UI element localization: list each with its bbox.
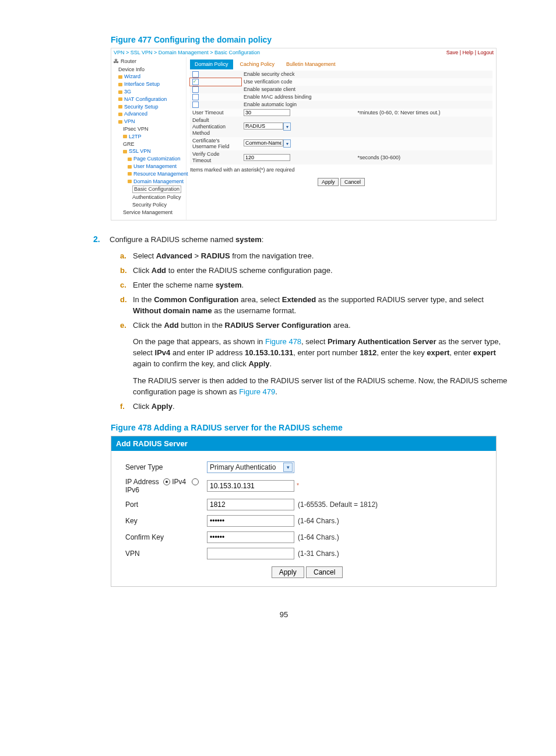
step-e-text: Click the Add button in the RADIUS Serve…: [133, 320, 509, 398]
nav-res-mgmt[interactable]: Resource Management: [114, 170, 184, 178]
nav-device-info[interactable]: Device Info: [114, 66, 184, 74]
label-enable-auto: Enable automatic login: [241, 101, 356, 108]
nav-l2tp[interactable]: L2TP: [114, 133, 184, 141]
checkbox-enable-mac[interactable]: [192, 94, 199, 100]
panel-header-add-radius: Add RADIUS Server: [111, 436, 496, 451]
hint-confirm-key: (1-64 Chars.): [298, 533, 339, 541]
step-b-text: Click Add to enter the RADIUS scheme con…: [133, 265, 509, 276]
link-figure-478[interactable]: Figure 478: [265, 337, 301, 346]
folder-icon: [118, 105, 122, 108]
nav-sec-policy[interactable]: Security Policy: [114, 201, 184, 209]
folder-icon: [118, 83, 122, 86]
apply-button[interactable]: Apply: [272, 566, 304, 578]
folder-icon: [118, 90, 122, 94]
figure-478-title: Figure 478 Adding a RADIUS server for th…: [58, 423, 509, 432]
checkbox-enable-auto[interactable]: [192, 102, 199, 108]
step-number-2: 2.: [93, 235, 110, 416]
link-figure-479[interactable]: Figure 479: [239, 387, 275, 396]
required-star-icon: *: [297, 482, 299, 489]
input-user-timeout[interactable]: [244, 109, 290, 116]
chevron-down-icon[interactable]: ▾: [283, 463, 293, 472]
input-port[interactable]: [207, 499, 294, 510]
tab-caching-policy[interactable]: Caching Policy: [235, 60, 280, 69]
chevron-down-icon[interactable]: ▾: [283, 123, 291, 131]
select-default-auth[interactable]: [244, 123, 283, 130]
checkbox-enable-security[interactable]: [192, 71, 199, 78]
step-letter-b: b.: [120, 265, 133, 276]
nav-root: 🖧 Router: [114, 58, 184, 65]
input-confirm-key[interactable]: [207, 531, 294, 543]
step-letter-a: a.: [120, 251, 133, 262]
label-key: Key: [125, 517, 207, 525]
nav-security[interactable]: Security Setup: [114, 103, 184, 111]
nav-auth-policy[interactable]: Authentication Policy: [114, 194, 184, 201]
input-ip-address[interactable]: [207, 480, 294, 492]
folder-icon: [128, 180, 132, 183]
nav-sslvpn[interactable]: SSL VPN: [114, 148, 184, 155]
figure-477-screenshot: VPN > SSL VPN > Domain Management > Basi…: [111, 48, 497, 220]
step-f-text: Click Apply.: [133, 401, 509, 412]
options-table: Enable security check Use verification c…: [190, 71, 492, 164]
folder-icon: [118, 120, 122, 124]
nav-page-cust[interactable]: Page Customization: [114, 155, 184, 163]
hint-key: (1-64 Chars.): [298, 517, 339, 525]
apply-button[interactable]: Apply: [318, 178, 339, 186]
page-number: 95: [58, 610, 509, 619]
header-links[interactable]: Save | Help | Logout: [446, 50, 494, 56]
input-verify-timeout[interactable]: [244, 154, 290, 161]
hint-port: (1-65535. Default = 1812): [298, 501, 378, 509]
nav-user-mgmt[interactable]: User Management: [114, 163, 184, 170]
checkbox-enable-separate[interactable]: [192, 86, 199, 93]
folder-icon: [128, 172, 132, 176]
nav-basic-conf[interactable]: Basic Configuration: [114, 185, 184, 194]
folder-icon: [118, 75, 122, 79]
input-vpn[interactable]: [207, 548, 294, 559]
nav-advanced[interactable]: Advanced: [114, 110, 184, 118]
label-enable-security: Enable security check: [241, 71, 356, 78]
label-enable-separate: Enable separate client: [241, 86, 356, 93]
required-note: Items marked with an asterisk(*) are req…: [190, 167, 492, 173]
label-ip-address: IP Address IPv4 IPv6: [125, 478, 207, 494]
nav-3g[interactable]: 3G: [114, 88, 184, 96]
folder-icon: [123, 150, 127, 153]
radio-ipv6[interactable]: [192, 478, 199, 485]
select-cert-username[interactable]: [244, 139, 283, 146]
nav-service-mgmt[interactable]: Service Management: [114, 209, 184, 216]
folder-icon: [118, 113, 122, 116]
select-server-type[interactable]: Primary Authenticatio ▾: [207, 461, 294, 473]
step-letter-f: f.: [120, 401, 133, 412]
nav-ipsec[interactable]: IPsec VPN: [114, 125, 184, 133]
tab-bulletin[interactable]: Bulletin Management: [281, 60, 340, 69]
breadcrumb: VPN > SSL VPN > Domain Management > Basi…: [114, 50, 260, 56]
hint-vpn: (1-31 Chars.): [298, 550, 339, 558]
tab-domain-policy[interactable]: Domain Policy: [190, 60, 233, 69]
cancel-button[interactable]: Cancel: [340, 178, 365, 186]
folder-icon: [123, 135, 127, 138]
step-d-text: In the Common Configuration area, select…: [133, 295, 509, 317]
label-cert-username: Certificate's Username Field: [190, 137, 241, 151]
nav-wizard[interactable]: Wizard: [114, 73, 184, 80]
figure-477-title: Figure 477 Configuring the domain policy: [58, 35, 509, 44]
router-icon: 🖧: [114, 58, 119, 65]
nav-vpn[interactable]: VPN: [114, 118, 184, 125]
nav-interface-setup[interactable]: Interface Setup: [114, 80, 184, 88]
label-port: Port: [125, 501, 207, 509]
label-confirm-key: Confirm Key: [125, 533, 207, 541]
folder-icon: [128, 165, 132, 169]
step-letter-e: e.: [120, 320, 133, 398]
nav-domain-mgmt[interactable]: Domain Management: [114, 178, 184, 186]
nav-gre[interactable]: GRE: [114, 141, 184, 148]
folder-icon: [128, 158, 132, 161]
nav-nat[interactable]: NAT Configuration: [114, 96, 184, 103]
checkbox-use-verification[interactable]: [192, 79, 199, 85]
label-server-type: Server Type: [125, 463, 207, 471]
step-letter-d: d.: [120, 295, 133, 317]
radio-ipv4[interactable]: [163, 478, 170, 485]
step-a-text: Select Advanced > RADIUS from the naviga…: [133, 251, 509, 262]
input-key[interactable]: [207, 515, 294, 527]
chevron-down-icon[interactable]: ▾: [283, 139, 291, 148]
folder-icon: [118, 97, 122, 101]
label-use-verification: Use verification code: [241, 78, 356, 86]
cancel-button[interactable]: Cancel: [306, 566, 343, 578]
tab-bar: Domain Policy Caching Policy Bulletin Ma…: [190, 60, 492, 69]
